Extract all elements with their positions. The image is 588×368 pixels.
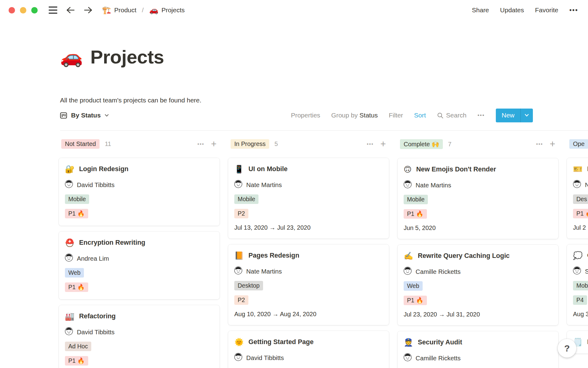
sort-button[interactable]: Sort <box>414 112 426 119</box>
card-tag-row: P2 <box>234 209 383 218</box>
column-status-badge[interactable]: Not Started <box>61 139 100 149</box>
card-tag: P4 <box>573 295 587 305</box>
card-title: Encryption Rewriting <box>79 238 145 247</box>
card-tag-row: Des <box>573 194 588 204</box>
column-count: 11 <box>105 140 111 148</box>
window-minimize-button[interactable] <box>20 7 26 13</box>
page-title[interactable]: Projects <box>90 46 164 68</box>
column-count: 7 <box>448 141 451 148</box>
column-add-card-icon[interactable]: + <box>211 141 217 148</box>
card-assignee: Camille Ricketts <box>404 353 552 363</box>
column-status-badge[interactable]: In Progress <box>231 139 269 149</box>
card-tag: P1 🔥 <box>573 209 588 218</box>
card-date-range: Jul 13, 2020 → Jul 23, 2020 <box>234 224 383 231</box>
search-button[interactable]: Search <box>437 112 467 119</box>
breadcrumb-item-product[interactable]: 🏗️ Product <box>102 6 136 14</box>
column-more-icon[interactable]: ••• <box>536 141 543 147</box>
project-card[interactable]: 🌞Getting Started PageDavid Tibbitts <box>228 331 389 368</box>
column-status-badge[interactable]: Ope <box>569 139 588 149</box>
card-tag-row: Mob <box>573 281 588 290</box>
card-assignee: Camille Ricketts <box>404 267 552 276</box>
card-emoji-icon: 👮 <box>404 339 413 346</box>
card-tag: Mobile <box>404 195 428 204</box>
card-title: New Emojis Don't Render <box>416 165 496 174</box>
card-tag: Web <box>65 268 84 278</box>
card-title: Login Redesign <box>79 165 128 173</box>
project-card[interactable]: 💭CSMobP4Aug 3 <box>567 244 588 325</box>
card-tag: Mob <box>573 281 588 290</box>
group-by-value: Status <box>360 112 378 119</box>
back-arrow-icon[interactable] <box>66 6 75 14</box>
column-status-badge[interactable]: Complete 🙌 <box>400 139 443 149</box>
column-cards: 📱UI on MobileNate MartinsMobileP2Jul 13,… <box>228 158 389 368</box>
column-header-actions: •••+ <box>367 141 386 148</box>
project-card[interactable]: 🎫PNDesP1 🔥Jul 2 <box>567 158 588 239</box>
card-title-row: 👮Security Audit <box>404 338 552 347</box>
group-by-button[interactable]: Group by Status <box>331 112 378 119</box>
properties-button[interactable]: Properties <box>291 112 320 119</box>
project-card[interactable]: ✍️Rewrite Query Caching LogicCamille Ric… <box>398 245 558 325</box>
share-button[interactable]: Share <box>472 6 489 14</box>
favorite-button[interactable]: Favorite <box>535 6 558 14</box>
card-title-row: 🌞Getting Started Page <box>234 338 383 346</box>
card-tag-row: P1 🔥 <box>65 282 213 292</box>
card-title-row: 🎫P <box>573 165 588 173</box>
assignee-name: S <box>585 268 588 275</box>
column-cards: 🙃New Emojis Don't RenderNate MartinsMobi… <box>398 158 558 368</box>
help-button[interactable]: ? <box>558 339 576 358</box>
card-tag: P1 🔥 <box>65 356 88 366</box>
card-tag-row: Mobile <box>404 195 552 204</box>
card-emoji-icon: 🎫 <box>573 165 582 173</box>
view-toolbar: By Status Properties Group by Status Fil… <box>60 108 588 122</box>
breadcrumb-label: Projects <box>161 6 185 14</box>
column-header: Ope•••+ <box>567 139 588 149</box>
window-close-button[interactable] <box>9 7 15 13</box>
assignee-name: David Tibbitts <box>77 181 115 189</box>
more-options-icon[interactable]: ••• <box>569 6 578 14</box>
card-title-row: ⛑️Encryption Rewriting <box>65 238 213 247</box>
toolbar-more-icon[interactable]: ••• <box>477 112 485 118</box>
card-tag-row: Mobile <box>234 194 383 204</box>
window-topbar: 🏗️ Product / 🚗 Projects Share Updates Fa… <box>0 0 588 20</box>
assignee-name: N <box>585 181 588 189</box>
column-add-card-icon[interactable]: + <box>550 141 555 148</box>
card-title: UI on Mobile <box>248 165 288 173</box>
board: Not Started11•••+🔐Login RedesignDavid Ti… <box>59 139 588 368</box>
new-button-chevron-down-icon[interactable] <box>521 109 533 122</box>
window-zoom-button[interactable] <box>31 7 38 13</box>
card-tag: P2 <box>234 209 248 218</box>
updates-button[interactable]: Updates <box>500 6 524 14</box>
card-date-range: Aug 10, 2020 → Aug 24, 2020 <box>234 311 383 318</box>
column-header: In Progress5•••+ <box>228 139 389 149</box>
column-add-card-icon[interactable]: + <box>380 141 386 148</box>
project-card[interactable]: 🔐Login RedesignDavid TibbittsMobileP1 🔥 <box>59 158 220 226</box>
board-column: Complete 🙌7•••+🙃New Emojis Don't RenderN… <box>398 139 558 368</box>
chevron-down-icon <box>105 114 109 117</box>
project-card[interactable]: 🙃New Emojis Don't RenderNate MartinsMobi… <box>398 158 558 239</box>
new-button[interactable]: New <box>496 109 533 122</box>
card-emoji-icon: 📙 <box>234 252 244 259</box>
project-card[interactable]: 🏭RefactoringDavid TibbittsAd HocP1 🔥 <box>59 305 220 368</box>
project-card[interactable]: 📙Pages RedesignNate MartinsDesktopP2Aug … <box>228 244 389 325</box>
card-emoji-icon: ⛑️ <box>65 239 74 247</box>
project-card[interactable]: 📱UI on MobileNate MartinsMobileP2Jul 13,… <box>228 158 389 239</box>
forward-arrow-icon[interactable] <box>84 6 93 14</box>
column-more-icon[interactable]: ••• <box>198 141 204 147</box>
page-description[interactable]: All the product team's projects can be f… <box>60 97 588 104</box>
project-card[interactable]: 👮Security AuditCamille Ricketts <box>398 331 558 368</box>
breadcrumb-item-projects[interactable]: 🚗 Projects <box>149 6 185 14</box>
view-switcher[interactable]: By Status <box>60 112 109 119</box>
page-car-icon[interactable]: 🚗 <box>60 48 83 66</box>
project-card[interactable]: ⛑️Encryption RewritingAndrea LimWebP1 🔥 <box>59 232 220 299</box>
card-tag-row: P1 🔥 <box>573 209 588 218</box>
breadcrumb: 🏗️ Product / 🚗 Projects <box>102 6 185 14</box>
filter-button[interactable]: Filter <box>389 112 403 119</box>
card-title-row: 📙Pages Redesign <box>234 251 383 260</box>
crane-icon: 🏗️ <box>102 6 111 14</box>
card-tag-row: P1 🔥 <box>404 209 552 219</box>
assignee-name: David Tibbitts <box>246 354 284 362</box>
column-more-icon[interactable]: ••• <box>367 141 374 147</box>
card-tag: Mobile <box>65 194 89 204</box>
card-title: Rewrite Query Caching Logic <box>418 251 510 260</box>
sidebar-menu-icon[interactable] <box>49 6 57 14</box>
